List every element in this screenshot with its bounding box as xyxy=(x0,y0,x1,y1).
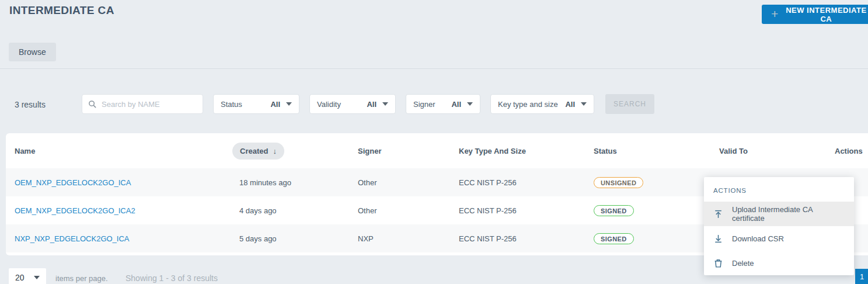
results-count: 3 results xyxy=(15,100,46,109)
actions-context-menu: ACTIONS Upload Intermediate CA certifica… xyxy=(704,177,854,275)
page-title: INTERMEDIATE CA xyxy=(9,4,114,17)
items-per-page-select[interactable]: 20 xyxy=(9,268,46,284)
keytype-cell: ECC NIST P-256 xyxy=(459,234,594,243)
chevron-down-icon xyxy=(581,102,587,106)
status-badge: SIGNED xyxy=(594,233,634,244)
signer-cell: Other xyxy=(358,206,459,215)
filter-keytype-label: Key type and size xyxy=(498,100,558,109)
signer-cell: Other xyxy=(358,178,459,187)
filter-signer-value: All xyxy=(451,100,461,109)
actions-menu-title: ACTIONS xyxy=(704,177,854,202)
items-per-page-label: items per page. xyxy=(55,274,108,283)
column-header-created-sort[interactable]: Created ↓ xyxy=(232,143,284,160)
showing-results-text: Showing 1 - 3 of 3 results xyxy=(126,273,218,283)
new-intermediate-ca-button-label: NEW INTERMEDIATE CA xyxy=(786,6,867,23)
menu-item-upload-certificate[interactable]: Upload Intermediate CA certificate xyxy=(704,202,854,226)
menu-item-label: Delete xyxy=(732,259,754,268)
filter-status-dropdown[interactable]: Status All xyxy=(213,94,299,114)
created-cell: 5 days ago xyxy=(232,234,358,243)
column-header-actions: Actions xyxy=(835,147,868,155)
tab-browse[interactable]: Browse xyxy=(9,43,56,61)
section-divider xyxy=(0,68,868,69)
filter-status-value: All xyxy=(270,100,280,109)
column-header-name[interactable]: Name xyxy=(15,147,232,155)
status-badge: SIGNED xyxy=(594,205,634,216)
chevron-down-icon xyxy=(286,102,292,106)
filter-validity-label: Validity xyxy=(317,100,341,109)
column-header-status[interactable]: Status xyxy=(594,147,719,155)
column-header-keytype[interactable]: Key Type And Size xyxy=(459,147,594,155)
plus-icon: + xyxy=(771,8,779,20)
ca-name-link[interactable]: OEM_NXP_EDGELOCK2GO_ICA xyxy=(15,178,131,187)
search-box[interactable] xyxy=(82,94,203,114)
search-icon xyxy=(88,100,97,109)
filter-keytype-dropdown[interactable]: Key type and size All xyxy=(490,94,594,114)
menu-item-label: Upload Intermediate CA certificate xyxy=(732,205,845,223)
new-intermediate-ca-button[interactable]: + NEW INTERMEDIATE CA xyxy=(762,5,868,24)
filter-signer-dropdown[interactable]: Signer All xyxy=(406,94,480,114)
search-button[interactable]: SEARCH xyxy=(605,94,654,114)
created-cell: 4 days ago xyxy=(232,206,358,215)
filter-signer-label: Signer xyxy=(413,100,435,109)
upload-icon xyxy=(713,209,723,219)
chevron-down-icon xyxy=(34,276,40,279)
ca-name-link[interactable]: NXP_NXP_EDGELOCK2GO_ICA xyxy=(15,234,130,243)
trash-icon xyxy=(713,258,723,268)
sort-descending-icon: ↓ xyxy=(273,147,277,155)
filter-validity-value: All xyxy=(367,100,377,109)
column-header-validto[interactable]: Valid To xyxy=(719,147,835,155)
search-input[interactable] xyxy=(102,100,197,109)
column-header-created-label: Created xyxy=(240,147,268,155)
chevron-down-icon xyxy=(467,102,473,106)
column-header-signer[interactable]: Signer xyxy=(358,147,459,155)
filter-status-label: Status xyxy=(221,100,242,109)
table-header-row: Name Created ↓ Signer Key Type And Size … xyxy=(6,133,868,168)
download-icon xyxy=(713,234,723,244)
filter-validity-dropdown[interactable]: Validity All xyxy=(309,94,396,114)
created-cell: 18 minutes ago xyxy=(232,178,358,187)
ca-name-link[interactable]: OEM_NXP_EDGELOCK2GO_ICA2 xyxy=(15,206,135,215)
menu-item-delete[interactable]: Delete xyxy=(704,251,854,275)
page-1-button[interactable]: 1 xyxy=(855,269,868,284)
chevron-down-icon xyxy=(382,102,388,106)
signer-cell: NXP xyxy=(358,234,459,243)
items-per-page-value: 20 xyxy=(15,273,25,282)
filter-keytype-value: All xyxy=(565,100,575,109)
intermediate-ca-page: INTERMEDIATE CA + NEW INTERMEDIATE CA Br… xyxy=(0,0,868,284)
keytype-cell: ECC NIST P-256 xyxy=(459,206,594,215)
status-badge: UNSIGNED xyxy=(594,177,643,188)
menu-item-label: Download CSR xyxy=(732,234,784,243)
keytype-cell: ECC NIST P-256 xyxy=(459,178,594,187)
menu-item-download-csr[interactable]: Download CSR xyxy=(704,226,854,251)
